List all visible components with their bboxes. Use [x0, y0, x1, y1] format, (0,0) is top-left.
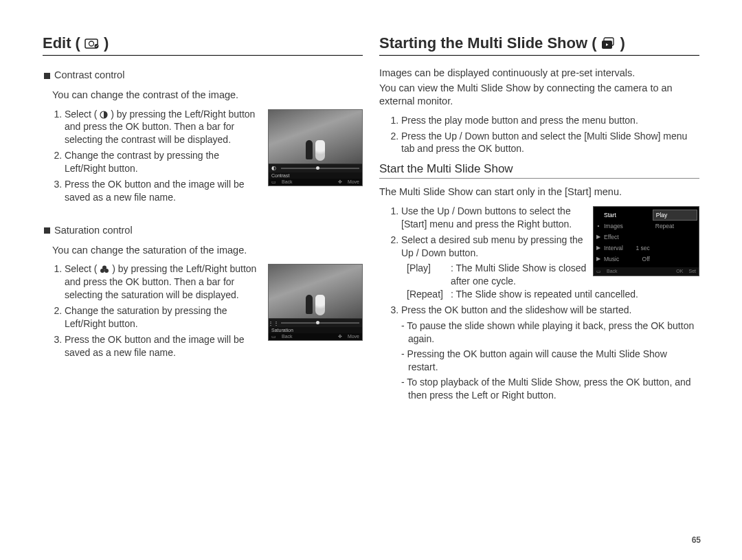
sub-heading: Start the Multi Slide Show	[379, 162, 699, 179]
left-column: Edit ( ) Contrast control You can change…	[34, 34, 371, 546]
contrast-title-row: Contrast control	[44, 69, 363, 80]
contrast-back: Back	[279, 179, 295, 186]
s3-note-a: - To pause the slide shown while playing…	[401, 320, 699, 346]
play-tri-icon: ▶	[595, 256, 602, 262]
menu-set: Set	[686, 269, 699, 273]
list-item: Press the OK button and the slideshow wi…	[401, 304, 699, 317]
back-key-icon: ▭	[269, 333, 279, 340]
svg-point-6	[102, 266, 106, 270]
edit-heading: Edit ( )	[43, 34, 363, 52]
menu-row-start: Start	[595, 210, 650, 221]
play-mode-icon	[595, 212, 602, 219]
slideshow-title-text: Starting the Multi Slide Show	[379, 34, 587, 52]
page-number: 65	[692, 535, 701, 545]
contrast-title: Contrast control	[54, 69, 124, 80]
heading-rule	[379, 55, 699, 56]
saturation-slider	[281, 322, 359, 324]
list-item: Press the Up / Down button and select th…	[401, 130, 699, 156]
heading-paren: (	[592, 34, 596, 52]
saturation-title-row: Saturation control	[44, 225, 363, 236]
slideshow-heading: Starting the Multi Slide Show ( )	[379, 34, 699, 52]
play-tri-icon: ▶	[595, 234, 602, 240]
saturation-block: ⋮⋮ Saturation ▭Back ✥Move Select ( ) by …	[52, 262, 363, 361]
menu-back-key-icon: ▭	[594, 269, 604, 274]
menu-opt-repeat: Repeat	[653, 221, 697, 232]
saturation-title: Saturation control	[54, 225, 133, 236]
saturation-move: Move	[345, 333, 362, 340]
heading-paren: )	[104, 34, 109, 52]
play-tri-icon: ▶	[595, 245, 602, 251]
menu-row-music: ▶MusicOff	[595, 254, 650, 265]
move-key-icon: ✥	[335, 333, 345, 340]
sub-intro: The Multi Slide Show can start only in t…	[379, 186, 699, 199]
heading-paren: )	[620, 34, 625, 52]
menu-ok-key-icon: OK	[673, 269, 686, 273]
saturation-photo	[269, 265, 362, 318]
menu-row-images: •Images	[595, 221, 650, 232]
list-item: Press the play mode button and press the…	[401, 114, 699, 127]
saturation-indicator-icon: ⋮⋮	[269, 319, 278, 327]
heading-rule	[43, 55, 363, 56]
edit-title-text: Edit	[43, 34, 71, 52]
repeat-def-row: [Repeat] : The Slide show is repeated un…	[407, 288, 699, 301]
svg-point-1	[89, 41, 93, 46]
contrast-slider	[281, 168, 359, 169]
contrast-inline-icon	[100, 111, 108, 119]
menu-row-interval: ▶Interval1 sec	[595, 243, 650, 254]
bullet-icon: •	[595, 223, 602, 229]
edit-icon	[85, 37, 100, 49]
right-column: Starting the Multi Slide Show ( ) Images…	[371, 34, 708, 546]
move-key-icon: ✥	[335, 179, 345, 186]
menu-right-list: Play Repeat	[651, 207, 699, 267]
bullet-square	[44, 73, 50, 79]
sub-steps-block: Start •Images ▶Effect ▶Interval1 sec ▶Mu…	[379, 205, 699, 403]
play-val: : The Multi Slide Show is closed after o…	[451, 262, 587, 288]
back-key-icon: ▭	[269, 179, 279, 186]
contrast-move: Move	[345, 179, 362, 186]
menu-left-list: Start •Images ▶Effect ▶Interval1 sec ▶Mu…	[594, 207, 651, 267]
saturation-inline-icon	[100, 265, 109, 273]
menu-back: Back	[604, 269, 620, 273]
menu-row-effect: ▶Effect	[595, 232, 650, 243]
menu-opt-play: Play	[653, 210, 697, 221]
repeat-key: [Repeat]	[407, 288, 451, 301]
repeat-val: : The Slide show is repeated until cance…	[451, 288, 699, 301]
s3-note-b: - Pressing the OK button again will caus…	[401, 348, 699, 374]
contrast-figure: ◐ Contrast ▭Back ✥Move	[268, 109, 363, 186]
saturation-back: Back	[279, 333, 295, 340]
contrast-desc: You can change the contrast of the image…	[52, 89, 363, 102]
contrast-indicator-icon: ◐	[269, 164, 278, 172]
saturation-desc: You can change the saturation of the ima…	[52, 244, 363, 258]
play-key: [Play]	[407, 262, 451, 288]
play-def-row: [Play] : The Multi Slide Show is closed …	[407, 262, 587, 288]
menu-figure: Start •Images ▶Effect ▶Interval1 sec ▶Mu…	[593, 206, 699, 276]
sub-steps-cont: Press the OK button and the slideshow wi…	[401, 304, 699, 317]
intro-para-1: Images can be displayed continuously at …	[379, 67, 699, 80]
slideshow-icon	[600, 37, 616, 49]
intro-steps: Press the play mode button and press the…	[401, 114, 699, 159]
contrast-block: ◐ Contrast ▭Back ✥Move Select ( ) by pre…	[52, 108, 363, 207]
s3-note-c: - To stop playback of the Multi Slide Sh…	[401, 376, 699, 402]
saturation-figure: ⋮⋮ Saturation ▭Back ✥Move	[268, 264, 363, 341]
s2-lead: Select a desired sub menu by pressing th…	[401, 234, 583, 258]
contrast-fig-label: Contrast	[269, 172, 362, 179]
heading-paren: (	[76, 34, 80, 52]
contrast-photo	[269, 110, 362, 164]
intro-para-2: You can view the Multi Slide Show by con…	[379, 82, 699, 109]
saturation-fig-label: Saturation	[269, 327, 362, 333]
bullet-square	[44, 227, 50, 234]
